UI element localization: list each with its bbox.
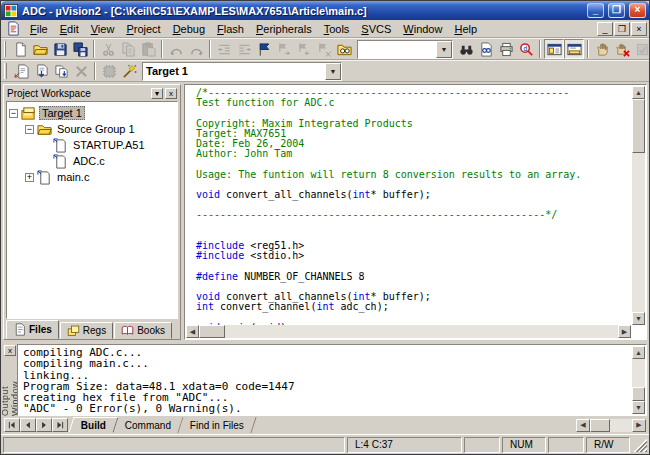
menu-item-peripherals[interactable]: Peripherals [250,22,318,36]
toolbar-grip[interactable] [4,63,7,79]
build-button[interactable] [31,61,51,81]
next-tab-button[interactable] [36,418,52,432]
title-bar[interactable]: ADC - µVision2 - [C:\Keil\C51\EXAMPLES\M… [1,1,649,20]
tree-item-target[interactable]: − Target 1 [9,105,175,121]
scrollbar-thumb[interactable] [199,325,225,338]
menu-item-window[interactable]: Window [397,22,448,36]
tree-item-file[interactable]: + main.c [9,169,175,185]
scroll-up-icon[interactable]: ▲ [632,346,645,359]
copy-button[interactable] [118,39,138,59]
panel-menu-button[interactable]: ▾ [151,88,163,99]
first-tab-button[interactable] [4,418,20,432]
tree-item-label[interactable]: ADC.c [71,155,107,167]
menu-item-edit[interactable]: Edit [54,22,85,36]
editor-text[interactable]: /*--------------------------------------… [186,86,631,325]
tab-build[interactable]: Build [68,417,118,433]
maximize-button[interactable]: ❐ [608,3,625,18]
collapse-icon[interactable]: − [9,109,18,118]
editor-horizontal-scrollbar[interactable]: ◀ ▶ [186,325,631,338]
redo-button[interactable] [186,39,206,59]
find-in-files-button[interactable] [334,39,354,59]
open-document-button[interactable] [30,39,50,59]
project-window-button[interactable] [544,39,564,59]
tree-item-source-group[interactable]: − Source Group 1 [9,121,175,137]
menu-item-svcs[interactable]: SVCS [355,22,397,36]
menu-item-tools[interactable]: Tools [318,22,356,36]
scroll-down-icon[interactable]: ▼ [632,312,645,325]
mdi-close-button[interactable]: × [631,22,647,36]
dropdown-arrow-icon[interactable]: ▼ [436,41,452,58]
prev-bookmark-button[interactable] [294,39,314,59]
debug-button[interactable]: d [516,39,536,59]
undo-button[interactable] [166,39,186,59]
close-button[interactable]: × [629,3,646,18]
stop-build-button[interactable] [71,61,91,81]
toolbar-grip[interactable] [4,41,6,57]
scroll-up-icon[interactable]: ▲ [632,86,645,99]
scrollbar-thumb[interactable] [632,99,645,153]
expand-icon[interactable]: + [25,173,34,182]
tree-item-label[interactable]: Target 1 [39,106,85,120]
mdi-restore-button[interactable]: ❐ [614,22,630,36]
scrollbar-thumb[interactable] [590,419,610,432]
insert-breakpoint-button[interactable] [592,39,612,59]
last-tab-button[interactable] [52,418,68,432]
menu-item-help[interactable]: Help [448,22,483,36]
scroll-down-icon[interactable]: ▼ [632,401,645,414]
enable-breakpoint-button[interactable] [632,39,650,59]
cut-button[interactable] [98,39,118,59]
collapse-icon[interactable]: − [25,125,34,134]
build-output-log[interactable]: compiling ADC.c...compiling main.c...lin… [17,344,647,416]
scroll-left-icon[interactable]: ◀ [576,419,590,432]
rebuild-all-button[interactable] [51,61,71,81]
indent-right-button[interactable] [234,39,254,59]
minimize-button[interactable]: _ [587,3,604,18]
resize-grip[interactable] [634,439,647,452]
new-document-button[interactable] [10,39,30,59]
tab-books[interactable]: Books [114,322,172,339]
toggle-bookmark-button[interactable] [254,39,274,59]
menu-item-debug[interactable]: Debug [167,22,211,36]
menu-item-view[interactable]: View [85,22,121,36]
incremental-find-button[interactable] [476,39,496,59]
tab-files[interactable]: Files [6,320,59,339]
output-close-button[interactable]: x [4,345,16,356]
mdi-minimize-button[interactable]: _ [597,22,613,36]
editor-vertical-scrollbar[interactable]: ▲ ▼ [632,86,645,325]
scroll-right-icon[interactable]: ▶ [618,325,631,338]
target-combobox[interactable]: ▼ [142,62,342,81]
download-flash-button[interactable] [99,61,119,81]
tree-item-label[interactable]: Source Group 1 [55,123,137,135]
previous-tab-button[interactable] [20,418,36,432]
find-combobox[interactable]: ▼ [357,40,453,59]
next-bookmark-button[interactable] [274,39,294,59]
translate-button[interactable] [11,61,31,81]
project-workspace-header[interactable]: Project Workspace ▾ x [4,85,180,101]
target-options-button[interactable] [119,61,139,81]
scroll-left-icon[interactable]: ◀ [186,325,199,338]
menu-item-flash[interactable]: Flash [211,22,250,36]
project-tree[interactable]: − Target 1 − Source Group 1 [6,101,178,319]
print-button[interactable] [496,39,516,59]
tab-regs[interactable]: Regs [60,322,113,339]
menu-item-project[interactable]: Project [120,22,166,36]
dropdown-arrow-icon[interactable]: ▼ [325,63,341,80]
find-combobox-input[interactable] [358,41,436,58]
tree-item-file[interactable]: STARTUP.A51 [9,137,175,153]
paste-button[interactable] [138,39,158,59]
panel-close-button[interactable]: x [165,88,177,99]
menu-item-file[interactable]: File [24,22,54,36]
scrollbar-thumb[interactable] [632,387,645,401]
save-button[interactable] [50,39,70,59]
save-all-button[interactable] [70,39,90,59]
code-editor[interactable]: /*--------------------------------------… [184,84,647,340]
output-horizontal-scrollbar[interactable]: ◀ ▶ [576,419,646,432]
target-combobox-input[interactable] [143,63,325,80]
indent-left-button[interactable] [214,39,234,59]
tree-item-file[interactable]: ADC.c [9,153,175,169]
tab-find-in-files[interactable]: Find in Files [179,417,257,433]
scroll-right-icon[interactable]: ▶ [632,419,646,432]
output-window-button[interactable] [564,39,584,59]
tree-item-label[interactable]: STARTUP.A51 [71,139,147,151]
tree-item-label[interactable]: main.c [55,171,91,183]
